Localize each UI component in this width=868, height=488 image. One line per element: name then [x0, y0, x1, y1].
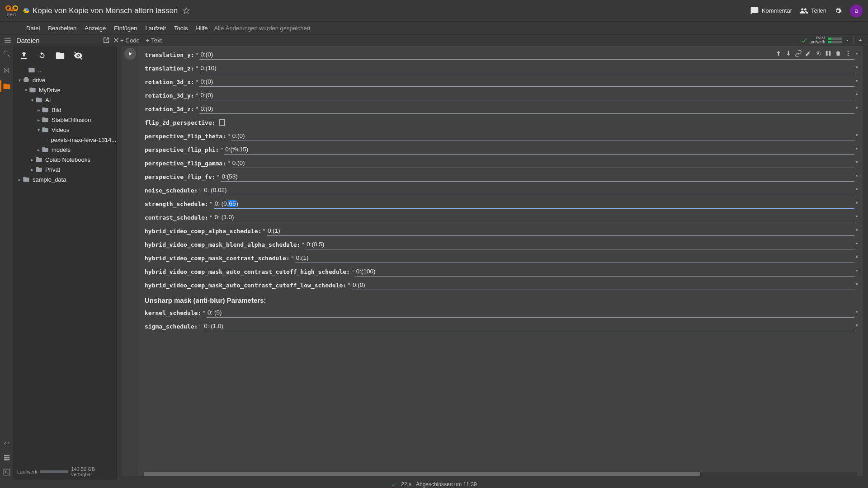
folder-icon: [42, 126, 49, 133]
field-input[interactable]: [199, 77, 854, 87]
hide-icon[interactable]: [73, 51, 83, 61]
doc-icon[interactable]: [3, 454, 11, 462]
row-rotation-3d-x: rotation_3d_x:"": [145, 75, 860, 89]
folder-icon[interactable]: [3, 82, 11, 90]
tree-item-privat[interactable]: ▸Privat: [14, 164, 116, 174]
sidebar-footer: Laufwerk 143.50 GB verfügbar: [14, 464, 116, 480]
mount-drive-icon[interactable]: [55, 51, 65, 61]
field-label: hybrid_video_comp_alpha_schedule:: [145, 228, 261, 235]
field-input[interactable]: [203, 321, 854, 331]
edit-icon[interactable]: [805, 50, 812, 57]
field-input[interactable]: [199, 50, 854, 60]
svg-point-6: [848, 53, 849, 54]
tree-item-models[interactable]: ▸models: [14, 145, 116, 155]
dropdown-icon[interactable]: [845, 38, 850, 43]
gear-icon[interactable]: [834, 6, 843, 15]
move-up-icon[interactable]: [775, 50, 782, 57]
field-input[interactable]: 0: (0.65): [214, 199, 854, 209]
save-status[interactable]: Alle Änderungen wurden gespeichert: [214, 25, 310, 32]
comment-button[interactable]: Kommentar: [750, 6, 792, 15]
tree-item-stable[interactable]: ▸StableDiffusion: [14, 115, 116, 125]
tree-item-ai[interactable]: ▾AI: [14, 95, 116, 105]
horizontal-scrollbar[interactable]: [144, 472, 857, 476]
tree-label: MyDrive: [39, 87, 61, 94]
field-label: sigma_schedule:: [145, 323, 198, 330]
disk-bar: [828, 41, 842, 43]
row-persp-theta: perspective_flip_theta:"": [145, 129, 860, 143]
code-icon[interactable]: [3, 439, 11, 447]
comment-label: Kommentar: [762, 7, 792, 14]
field-label: noise_schedule:: [145, 187, 198, 194]
new-window-icon[interactable]: [102, 36, 110, 44]
field-input[interactable]: [203, 185, 854, 195]
field-input[interactable]: [231, 131, 854, 141]
search-icon[interactable]: [3, 50, 11, 58]
colab-logo[interactable]: PRO: [5, 4, 18, 17]
more-icon[interactable]: [844, 50, 852, 57]
terminal-icon[interactable]: [3, 468, 11, 476]
menu-bearbeiten[interactable]: Bearbeiten: [44, 24, 80, 33]
cell-body: translation_y:"" translation_z:"" rotati…: [138, 46, 863, 476]
ram-bar: [828, 38, 842, 40]
tree-item-parent[interactable]: ..: [14, 65, 116, 75]
field-input[interactable]: [352, 280, 854, 290]
field-input[interactable]: [214, 212, 854, 222]
field-checkbox[interactable]: [219, 119, 225, 126]
cell-gear-icon[interactable]: [815, 50, 822, 57]
tree-item-drive[interactable]: ▾drive: [14, 75, 116, 85]
tree-item-sample[interactable]: ▸sample_data: [14, 174, 116, 184]
menu-datei[interactable]: Datei: [23, 24, 43, 33]
tree-item-mydrive[interactable]: ▾MyDrive: [14, 85, 116, 95]
field-input[interactable]: [224, 145, 854, 155]
toc-icon[interactable]: [4, 36, 12, 44]
cell-gutter: [122, 46, 138, 476]
row-rotation-3d-y: rotation_3d_y:"": [145, 89, 860, 102]
move-down-icon[interactable]: [785, 50, 792, 57]
field-input[interactable]: [231, 158, 854, 168]
field-input[interactable]: [355, 267, 854, 277]
avatar[interactable]: a: [850, 5, 863, 17]
tree-item-videos[interactable]: ▾Videos: [14, 125, 116, 135]
footer-disk-free: 143.50 GB verfügbar: [71, 466, 113, 477]
variables-icon[interactable]: {x}: [3, 66, 11, 74]
menu-einfuegen[interactable]: Einfügen: [110, 24, 141, 33]
tree-label: models: [52, 146, 71, 153]
field-input[interactable]: [221, 172, 854, 182]
resource-indicator[interactable]: RAM Laufwerk: [808, 36, 850, 44]
run-button[interactable]: [124, 48, 136, 60]
menu-anzeige[interactable]: Anzeige: [81, 24, 109, 33]
field-label: perspective_flip_gamma:: [145, 160, 226, 167]
field-input[interactable]: [207, 308, 854, 318]
star-icon[interactable]: [182, 7, 190, 15]
chevron-up-icon[interactable]: [856, 36, 864, 44]
tree-item-colab[interactable]: ▸Colab Notebooks: [14, 155, 116, 164]
field-input[interactable]: [306, 239, 854, 249]
row-sigma-schedule: sigma_schedule:"": [145, 319, 860, 333]
row-kernel-schedule: kernel_schedule:"": [145, 306, 860, 319]
field-input[interactable]: [267, 226, 854, 236]
upload-icon[interactable]: [19, 51, 29, 61]
field-label: rotation_3d_z:: [145, 106, 194, 113]
field-input[interactable]: [199, 63, 854, 73]
row-hybrid-alpha: hybrid_video_comp_alpha_schedule:"": [145, 224, 860, 238]
delete-icon[interactable]: [835, 50, 842, 57]
refresh-icon[interactable]: [37, 51, 47, 61]
field-label: rotation_3d_x:: [145, 79, 194, 85]
mirror-icon[interactable]: [825, 50, 832, 57]
field-input[interactable]: [199, 104, 854, 114]
tree-item-videofile[interactable]: pexels-maxi-leiva-1314...: [14, 135, 116, 145]
add-text-button[interactable]: +Text: [146, 37, 162, 44]
field-label: perspective_flip_phi:: [145, 146, 219, 153]
add-code-button[interactable]: +Code: [120, 37, 140, 44]
scrollbar-thumb[interactable]: [144, 472, 700, 476]
tree-item-bild[interactable]: ▸Bild: [14, 105, 116, 115]
menu-hilfe[interactable]: Hilfe: [192, 24, 211, 33]
field-input[interactable]: [199, 90, 854, 100]
menu-tools[interactable]: Tools: [170, 24, 191, 33]
link-icon[interactable]: [795, 50, 802, 57]
document-title[interactable]: Kopie von Kopie von Mensch altern lassen: [33, 6, 178, 15]
menu-laufzeit[interactable]: Laufzeit: [142, 24, 170, 33]
close-icon[interactable]: [112, 36, 120, 44]
field-input[interactable]: [295, 253, 854, 263]
share-button[interactable]: Teilen: [799, 6, 826, 15]
